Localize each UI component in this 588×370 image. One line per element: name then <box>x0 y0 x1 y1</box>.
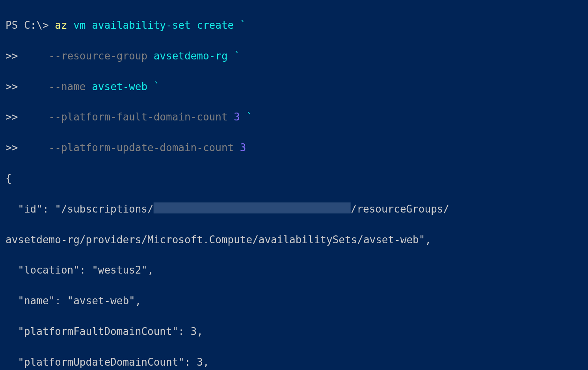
output-id-key: "id": "/subscriptions/ <box>6 203 154 215</box>
flag-fault-domain: --platform-fault-domain-count <box>49 111 228 123</box>
output-name: "name": "avset-web", <box>6 293 582 309</box>
flag-update-domain: --platform-update-domain-count <box>49 142 234 154</box>
output-open-brace: { <box>6 171 582 186</box>
arg-resource-group: avsetdemo-rg <box>154 50 228 62</box>
output-id-wrap: avsetdemo-rg/providers/Microsoft.Compute… <box>6 232 582 248</box>
flag-name: --name <box>49 81 86 92</box>
command-line-4: >> --platform-fault-domain-count 3 ` <box>6 109 582 125</box>
continuation-prompt: >> <box>6 142 18 154</box>
output-location: "location": "westus2", <box>6 263 582 278</box>
ps-prompt: PS C:\> <box>6 19 49 31</box>
arg-name: avset-web <box>92 81 147 92</box>
cmd-rest: vm availability-set create <box>73 19 234 31</box>
cmd-az: az <box>55 19 67 31</box>
backtick: ` <box>234 50 240 62</box>
flag-resource-group: --resource-group <box>49 50 147 62</box>
powershell-terminal[interactable]: PS C:\> az vm availability-set create ` … <box>0 0 588 370</box>
continuation-prompt: >> <box>6 81 18 92</box>
backtick: ` <box>240 19 246 31</box>
output-pfdc: "platformFaultDomainCount": 3, <box>6 324 582 339</box>
command-line-3: >> --name avset-web ` <box>6 79 582 94</box>
redacted-subscription-id <box>154 202 351 213</box>
command-line-2: >> --resource-group avsetdemo-rg ` <box>6 48 582 64</box>
command-line-1: PS C:\> az vm availability-set create ` <box>6 18 582 33</box>
output-pudc: "platformUpdateDomainCount": 3, <box>6 355 582 370</box>
continuation-prompt: >> <box>6 50 18 62</box>
arg-update-domain: 3 <box>240 142 246 154</box>
output-id-tail: /resourceGroups/ <box>351 203 449 215</box>
continuation-prompt: >> <box>6 111 18 123</box>
arg-fault-domain: 3 <box>234 111 240 123</box>
backtick: ` <box>154 81 160 92</box>
command-line-5: >> --platform-update-domain-count 3 <box>6 140 582 155</box>
output-id-line: "id": "/subscriptions//resourceGroups/ <box>6 202 582 217</box>
backtick: ` <box>246 111 253 123</box>
